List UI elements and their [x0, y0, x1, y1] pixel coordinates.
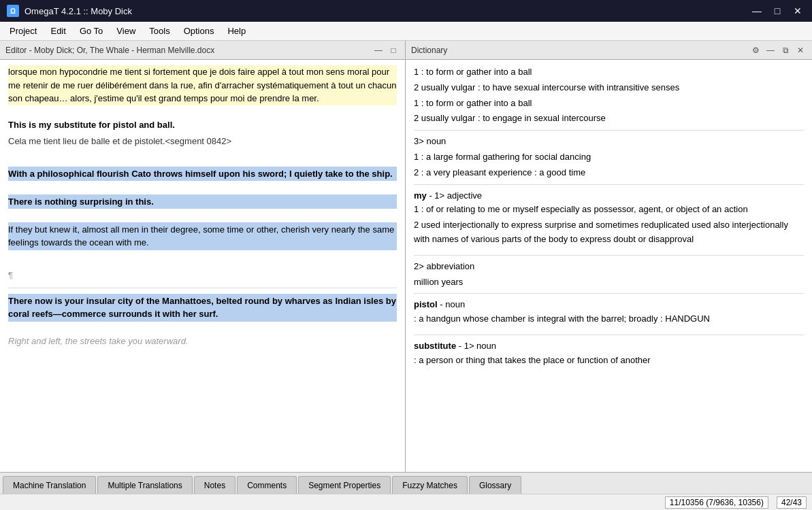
- editor-content[interactable]: lorsque mon hypocondrie me tient si fort…: [0, 60, 405, 472]
- segment-active: lorsque mon hypocondrie me tient si fort…: [8, 65, 397, 105]
- dict-entry-my: my - 1> adjective 1 : of or relating to …: [414, 189, 804, 247]
- dict-panel: Dictionary ⚙ — ⧉ ✕ 1 : to form or gather…: [406, 41, 812, 472]
- dict-popout-btn[interactable]: ⧉: [779, 44, 792, 56]
- tab-fuzzy-matches[interactable]: Fuzzy Matches: [392, 476, 468, 494]
- dict-divider: [414, 184, 804, 185]
- menu-item-help[interactable]: Help: [221, 23, 253, 39]
- dict-header: Dictionary ⚙ — ⧉ ✕: [406, 41, 812, 60]
- dict-line: 2 usually vulgar : to have sexual interc…: [414, 81, 804, 95]
- bottom-tabs: Machine TranslationMultiple Translations…: [0, 472, 812, 494]
- paragraph-mark: ¶: [8, 269, 397, 282]
- app-icon: Ω: [7, 5, 19, 17]
- dict-divider: [414, 335, 804, 335]
- dict-divider: [414, 255, 804, 256]
- tab-machine-translation[interactable]: Machine Translation: [3, 476, 96, 494]
- dict-line: 3> noun: [414, 135, 804, 149]
- main-content: Editor - Moby Dick; Or, The Whale - Herm…: [0, 41, 812, 472]
- editor-maximize-btn[interactable]: □: [387, 44, 400, 56]
- segment-partial: Right and left, the streets take you wat…: [8, 336, 188, 346]
- dict-pos: - noun: [438, 299, 465, 309]
- dict-line: 1 : to form or gather into a ball: [414, 65, 804, 80]
- menu-item-tools[interactable]: Tools: [142, 23, 176, 39]
- dict-content[interactable]: 1 : to form or gather into a ball 2 usua…: [406, 60, 812, 472]
- dict-line: : a handgun whose chamber is integral wi…: [414, 312, 804, 326]
- tab-multiple-translations[interactable]: Multiple Translations: [97, 476, 192, 494]
- dict-word: my: [414, 190, 427, 201]
- segment-blue-bold-2: There is nothing surprising in this.: [8, 194, 397, 209]
- dict-line: 2 used interjectionally to express surpr…: [414, 218, 804, 247]
- segment-blue-bold-3: There now is your insular city of the Ma…: [8, 294, 397, 322]
- segment-count-status: 42/43: [777, 496, 807, 509]
- dict-pos: - 1> adjective: [427, 190, 482, 201]
- menubar: ProjectEditGo ToViewToolsOptionsHelp: [0, 22, 812, 41]
- tab-notes[interactable]: Notes: [194, 476, 236, 494]
- dict-line: million years: [414, 275, 804, 290]
- dict-divider: [414, 130, 804, 131]
- editor-header: Editor - Moby Dick; Or, The Whale - Herm…: [0, 41, 405, 60]
- dict-close-btn[interactable]: ✕: [794, 44, 807, 56]
- dict-minimize-btn[interactable]: —: [764, 44, 777, 56]
- dict-word: substitute: [414, 341, 456, 351]
- segment-divider: [8, 288, 397, 288]
- dict-line: : a person or thing that takes the place…: [414, 354, 804, 368]
- dict-gear-btn[interactable]: ⚙: [749, 44, 762, 56]
- dict-title: Dictionary: [411, 46, 447, 55]
- titlebar: Ω OmegaT 4.2.1 :: Moby Dick — □ ✕: [0, 0, 812, 22]
- dict-word: pistol: [414, 299, 438, 309]
- editor-panel: Editor - Moby Dick; Or, The Whale - Herm…: [0, 41, 406, 472]
- menu-item-view[interactable]: View: [110, 23, 142, 39]
- segment-blue-bold-1: With a philosophical flourish Cato throw…: [8, 167, 397, 182]
- dict-divider: [414, 293, 804, 294]
- close-button[interactable]: ✕: [790, 3, 805, 18]
- dict-line: 2 : a very pleasant experience : a good …: [414, 166, 804, 180]
- tab-segment-properties[interactable]: Segment Properties: [298, 476, 391, 494]
- window-title: OmegaT 4.2.1 :: Moby Dick: [25, 6, 132, 16]
- minimize-button[interactable]: —: [749, 3, 764, 18]
- progress-status: 11/10356 (7/9636, 10356): [665, 496, 768, 509]
- dict-line: 1 : a large formal gathering for social …: [414, 150, 804, 165]
- dict-line: 1 : of or relating to me or myself espec…: [414, 203, 804, 217]
- menu-item-edit[interactable]: Edit: [44, 23, 72, 39]
- segment-blue-1: If they but knew it, almost all men in t…: [8, 222, 397, 250]
- tab-glossary[interactable]: Glossary: [469, 476, 521, 494]
- menu-item-project[interactable]: Project: [3, 23, 44, 39]
- statusbar: 11/10356 (7/9636, 10356) 42/43: [0, 494, 812, 510]
- segment-bold-1: This is my substitute for pistol and bal…: [8, 118, 397, 132]
- menu-item-go-to[interactable]: Go To: [73, 23, 110, 39]
- maximize-button[interactable]: □: [770, 3, 785, 18]
- dict-entry-pistol: pistol - noun : a handgun whose chamber …: [414, 298, 804, 326]
- menu-item-options[interactable]: Options: [177, 23, 221, 39]
- dict-line: 2> abbreviation: [414, 260, 804, 274]
- dict-line: 2 usually vulgar : to engage in sexual i…: [414, 112, 804, 126]
- segment-trans-1: Cela me tient lieu de balle et de pistol…: [8, 135, 397, 148]
- dict-entry-substitute: substitute - 1> noun : a person or thing…: [414, 339, 804, 368]
- tab-comments[interactable]: Comments: [237, 476, 297, 494]
- editor-minimize-btn[interactable]: —: [372, 44, 385, 56]
- dict-pos: - 1> noun: [456, 341, 496, 351]
- dict-line: 1 : to form or gather into a ball: [414, 97, 804, 111]
- editor-title: Editor - Moby Dick; Or, The Whale - Herm…: [5, 46, 214, 55]
